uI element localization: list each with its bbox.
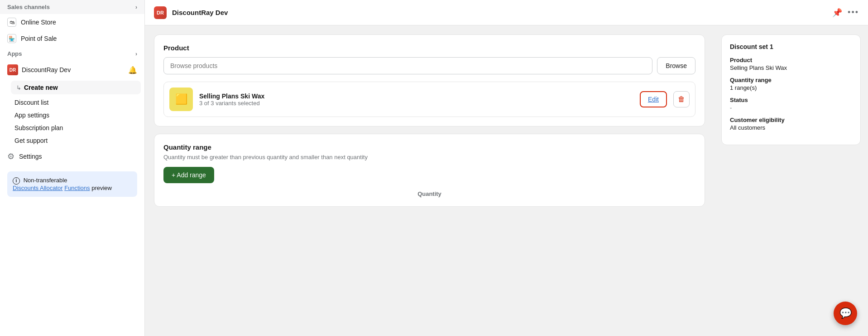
product-label: Product <box>163 44 695 52</box>
notice-box: i Non-transferable Discounts Allocator F… <box>7 171 137 197</box>
main-area: DR DiscountRay Dev 📌 ••• Product Browse … <box>145 0 868 336</box>
content-area: Product Browse 🟨 Selling Plans Ski Wax 3… <box>145 25 868 336</box>
create-new-label: Create new <box>24 84 58 91</box>
sidebar-item-online-store[interactable]: 🛍 Online Store <box>0 14 144 30</box>
delete-product-button[interactable]: 🗑 <box>673 91 690 107</box>
online-store-label: Online Store <box>21 19 56 26</box>
info-icon: i <box>13 177 20 185</box>
summary-eligibility-label: Customer eligibility <box>730 117 852 123</box>
summary-card: Discount set 1 Product Selling Plans Ski… <box>721 34 861 145</box>
nav-create-new[interactable]: ↳ Create new <box>11 81 141 94</box>
summary-product-value: Selling Plans Ski Wax <box>730 64 852 71</box>
more-options-icon[interactable]: ••• <box>848 8 859 17</box>
online-store-icon: 🛍 <box>7 18 16 27</box>
notice-text-after: preview <box>91 185 112 191</box>
topbar-title: DiscountRay Dev <box>172 9 827 16</box>
summary-qty-label: Quantity range <box>730 77 852 83</box>
subscription-plan-label: Subscription plan <box>14 124 63 131</box>
pos-icon: 🏪 <box>7 34 16 43</box>
summary-row-product: Product Selling Plans Ski Wax <box>730 57 852 71</box>
product-row: 🟨 Selling Plans Ski Wax 3 of 3 variants … <box>163 82 695 117</box>
browse-button[interactable]: Browse <box>657 57 695 74</box>
summary-status-value: - <box>730 104 852 111</box>
point-of-sale-label: Point of Sale <box>21 35 57 42</box>
chevron-right-apps-icon: › <box>135 51 137 57</box>
trash-icon: 🗑 <box>678 95 685 103</box>
sidebar-apps-header[interactable]: Apps › <box>0 47 144 61</box>
product-info: Selling Plans Ski Wax 3 of 3 variants se… <box>199 93 633 107</box>
topbar-logo: DR <box>154 6 167 19</box>
settings-label: Settings <box>19 153 42 160</box>
sidebar-app-discountray[interactable]: DR DiscountRay Dev 🔔 <box>0 61 144 79</box>
sidebar-sales-channels[interactable]: Sales channels › <box>0 0 144 14</box>
product-variants: 3 of 3 variants selected <box>199 100 633 107</box>
product-thumbnail: 🟨 <box>169 88 193 111</box>
notice-link-2[interactable]: Functions <box>64 185 90 191</box>
qty-range-desc: Quantity must be greater than previous q… <box>163 154 695 161</box>
app-logo: DR <box>7 64 18 75</box>
qty-table-header: Quantity <box>163 183 695 197</box>
browse-row: Browse <box>163 57 695 74</box>
get-support-label: Get support <box>14 137 48 144</box>
right-panel: Discount set 1 Product Selling Plans Ski… <box>714 25 868 336</box>
app-settings-label: App settings <box>14 112 49 119</box>
summary-title: Discount set 1 <box>730 43 852 50</box>
sidebar-item-point-of-sale[interactable]: 🏪 Point of Sale <box>0 30 144 47</box>
summary-product-label: Product <box>730 57 852 63</box>
qty-range-title: Quantity range <box>163 143 695 151</box>
product-card: Product Browse 🟨 Selling Plans Ski Wax 3… <box>154 34 705 127</box>
notice-link-1[interactable]: Discounts Allocator <box>13 185 63 191</box>
summary-row-status: Status - <box>730 97 852 111</box>
edit-product-button[interactable]: Edit <box>640 91 667 107</box>
chat-icon: 💬 <box>839 307 852 319</box>
add-range-button[interactable]: + Add range <box>163 167 214 183</box>
chevron-right-icon: › <box>135 4 137 10</box>
pin-icon[interactable]: 📌 <box>832 8 842 18</box>
sidebar: Sales channels › 🛍 Online Store 🏪 Point … <box>0 0 145 336</box>
chat-bubble-button[interactable]: 💬 <box>834 302 857 325</box>
topbar: DR DiscountRay Dev 📌 ••• <box>145 0 868 25</box>
summary-row-eligibility: Customer eligibility All customers <box>730 117 852 131</box>
nav-discount-list[interactable]: Discount list <box>7 96 144 109</box>
nav-get-support[interactable]: Get support <box>7 134 144 147</box>
main-content: Product Browse 🟨 Selling Plans Ski Wax 3… <box>145 25 714 336</box>
summary-status-label: Status <box>730 97 852 103</box>
app-name-label: DiscountRay Dev <box>22 66 125 73</box>
quantity-range-card: Quantity range Quantity must be greater … <box>154 134 705 207</box>
bell-icon[interactable]: 🔔 <box>128 66 137 74</box>
summary-eligibility-value: All customers <box>730 124 852 131</box>
sales-channels-label: Sales channels <box>7 4 50 10</box>
nav-app-settings[interactable]: App settings <box>7 109 144 122</box>
apps-label: Apps <box>7 50 22 57</box>
create-new-arrow-icon: ↳ <box>16 84 21 91</box>
browse-products-input[interactable] <box>163 57 652 74</box>
summary-row-qty: Quantity range 1 range(s) <box>730 77 852 91</box>
gear-icon: ⚙ <box>7 151 14 161</box>
discount-list-label: Discount list <box>14 99 48 106</box>
summary-qty-value: 1 range(s) <box>730 84 852 91</box>
sidebar-settings[interactable]: ⚙ Settings <box>0 147 144 166</box>
notice-text-before: Non-transferable <box>24 177 67 184</box>
product-name: Selling Plans Ski Wax <box>199 93 633 100</box>
nav-subscription-plan[interactable]: Subscription plan <box>7 122 144 134</box>
